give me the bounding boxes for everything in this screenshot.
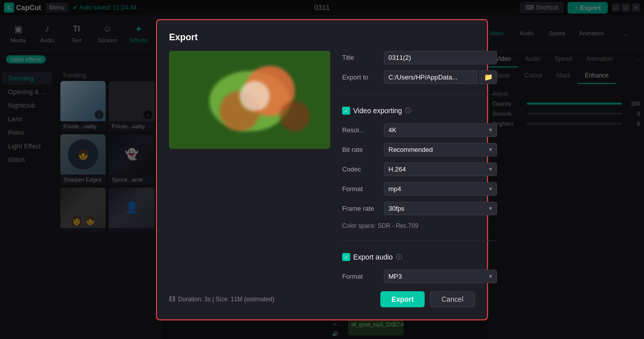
- audio-check-icon[interactable]: ✓: [342, 253, 350, 261]
- video-preview: [169, 51, 330, 149]
- export-path-input[interactable]: [384, 70, 477, 84]
- framerate-select-wrap: 30fps 24fps 60fps ▼: [384, 202, 497, 215]
- audio-format-select[interactable]: MP3 AAC WAV: [384, 270, 497, 283]
- audio-info-icon[interactable]: ⓘ: [396, 253, 402, 262]
- audio-format-row: Format MP3 AAC WAV ▼: [342, 270, 497, 283]
- folder-browse-button[interactable]: 📁: [479, 70, 497, 84]
- resolution-select[interactable]: 4K 1080p 720p 480p: [384, 123, 497, 137]
- title-row: Title: [342, 51, 497, 64]
- modal-title: Export: [169, 32, 475, 43]
- video-info-icon[interactable]: ⓘ: [405, 107, 411, 115]
- resolution-label: Resol...: [342, 126, 380, 134]
- preview-image: [169, 51, 330, 149]
- video-section-header: ✓ Video exporting ⓘ: [342, 107, 497, 115]
- format-select[interactable]: mp4 mov avi: [384, 182, 497, 196]
- preview-svg: [169, 51, 330, 149]
- svg-point-5: [239, 81, 270, 111]
- export-to-row: Export to 📁: [342, 70, 497, 84]
- video-check-icon[interactable]: ✓: [342, 107, 350, 115]
- format-row: Format mp4 mov avi ▼: [342, 182, 497, 196]
- export-to-label: Export to: [342, 73, 380, 81]
- audio-format-label: Format: [342, 273, 380, 280]
- bitrate-row: Bit rate Recommended Low Medium High ▼: [342, 143, 497, 156]
- modal-overlay: Export: [0, 0, 644, 339]
- bitrate-select[interactable]: Recommended Low Medium High: [384, 143, 497, 156]
- section-divider-1: [342, 94, 497, 95]
- format-label: Format: [342, 185, 380, 193]
- resolution-row: Resol... 4K 1080p 720p 480p ▼: [342, 123, 497, 137]
- codec-select[interactable]: H.264 H.265: [384, 162, 497, 176]
- export-form: Title Export to 📁 ✓ Video exporting: [342, 51, 497, 283]
- export-modal: Export: [156, 19, 488, 320]
- framerate-label: Frame rate: [342, 205, 380, 212]
- modal-body: Title Export to 📁 ✓ Video exporting: [169, 51, 475, 283]
- format-select-wrap: mp4 mov avi ▼: [384, 182, 497, 196]
- framerate-row: Frame rate 30fps 24fps 60fps ▼: [342, 202, 497, 215]
- audio-section-title: Export audio: [353, 253, 393, 261]
- codec-label: Codec: [342, 165, 380, 173]
- film-icon: 🎞: [169, 296, 175, 303]
- color-space-note: Color space: SDR - Rec.709: [342, 221, 497, 230]
- duration-size-info: 🎞 Duration: 3s | Size: 11M (estimated): [169, 296, 274, 303]
- modal-footer: 🎞 Duration: 3s | Size: 11M (estimated) E…: [169, 291, 475, 307]
- duration-text: Duration: 3s | Size: 11M (estimated): [178, 296, 274, 303]
- title-input[interactable]: [384, 51, 497, 64]
- section-divider-2: [342, 240, 497, 241]
- export-path-field: 📁: [384, 70, 497, 84]
- video-section-title: Video exporting: [353, 107, 402, 115]
- export-button[interactable]: Export: [380, 291, 425, 307]
- audio-section-header: ✓ Export audio ⓘ: [342, 253, 497, 262]
- codec-row: Codec H.264 H.265 ▼: [342, 162, 497, 176]
- cancel-button[interactable]: Cancel: [430, 291, 475, 307]
- svg-point-4: [280, 101, 310, 131]
- bitrate-label: Bit rate: [342, 146, 380, 153]
- footer-buttons: Export Cancel: [380, 291, 475, 307]
- title-label: Title: [342, 54, 380, 61]
- audio-format-select-wrap: MP3 AAC WAV ▼: [384, 270, 497, 283]
- framerate-select[interactable]: 30fps 24fps 60fps: [384, 202, 497, 215]
- bitrate-select-wrap: Recommended Low Medium High ▼: [384, 143, 497, 156]
- modal-preview-area: [169, 51, 330, 283]
- codec-select-wrap: H.264 H.265 ▼: [384, 162, 497, 176]
- resolution-select-wrap: 4K 1080p 720p 480p ▼: [384, 123, 497, 137]
